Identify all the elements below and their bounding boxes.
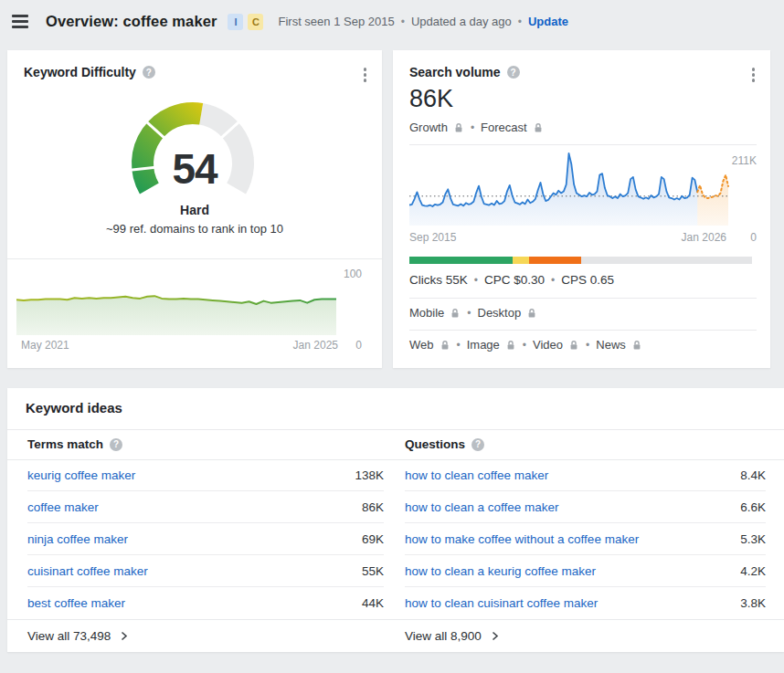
keyword-link[interactable]: ninja coffee maker <box>27 532 128 546</box>
volume-ymin-label: 0 <box>750 231 757 244</box>
kd-level-label: Hard <box>7 203 382 217</box>
menu-icon[interactable] <box>9 12 31 31</box>
keyword-ideas-card: Keyword ideas Terms match ? Questions ? … <box>7 388 784 652</box>
news-metric-locked[interactable]: News <box>596 338 642 352</box>
page-title: Overview: coffee maker <box>46 13 217 30</box>
help-icon[interactable]: ? <box>471 438 484 451</box>
table-row: best coffee maker 44K <box>27 587 384 619</box>
clicks-distribution-bar[interactable] <box>409 257 752 264</box>
cps-value: CPS 0.65 <box>561 273 614 287</box>
table-row: how to make coffee without a coffee make… <box>405 523 766 555</box>
table-row: how to clean coffee maker 8.4K <box>405 459 766 491</box>
volume-xend-label: Jan 2026 <box>682 231 726 244</box>
keyword-link[interactable]: keurig coffee maker <box>27 468 135 482</box>
divider <box>409 330 757 331</box>
view-all-terms-label: View all 73,498 <box>27 629 111 643</box>
divider <box>7 619 784 620</box>
kd-history-chart[interactable] <box>16 273 338 336</box>
web-metric-locked[interactable]: Web <box>409 338 450 352</box>
image-metric-locked[interactable]: Image <box>467 338 516 352</box>
keyword-link[interactable]: coffee maker <box>27 500 99 514</box>
lock-icon <box>505 340 516 351</box>
more-options-icon[interactable] <box>361 65 370 85</box>
lock-icon <box>440 340 450 351</box>
keyword-volume: 4.2K <box>740 564 766 578</box>
segment-gray <box>581 257 753 264</box>
mobile-label: Mobile <box>409 306 444 320</box>
growth-forecast-row: Growth • Forecast <box>409 121 544 134</box>
first-seen-label: First seen 1 Sep 2015 <box>278 15 394 28</box>
questions-header: Questions ? <box>405 437 484 451</box>
informational-intent-badge[interactable]: I <box>228 14 243 30</box>
kd-trend-xstart-label: May 2021 <box>21 339 69 352</box>
keyword-link[interactable]: how to clean a keurig coffee maker <box>405 564 596 578</box>
video-label: Video <box>533 338 563 352</box>
keyword-link[interactable]: how to make coffee without a coffee make… <box>405 532 639 546</box>
kd-score: 54 <box>7 144 382 194</box>
separator-dot: • <box>579 339 596 352</box>
kd-trend-ymin-label: 0 <box>355 339 362 352</box>
volume-peak-label: 211K <box>732 154 757 167</box>
desktop-metric-locked[interactable]: Desktop <box>478 306 538 320</box>
table-row: coffee maker 86K <box>27 491 384 523</box>
separator-dot: • <box>450 339 467 352</box>
desktop-label: Desktop <box>478 306 522 320</box>
keyword-volume: 44K <box>362 596 384 610</box>
table-row: how to clean a coffee maker 6.6K <box>405 491 766 523</box>
video-metric-locked[interactable]: Video <box>533 338 579 352</box>
clicks-metrics-row: Clicks 55K • CPC $0.30 • CPS 0.65 <box>409 273 614 287</box>
keyword-link[interactable]: how to clean a coffee maker <box>405 500 559 514</box>
mobile-metric-locked[interactable]: Mobile <box>409 306 461 320</box>
table-row: ninja coffee maker 69K <box>27 523 384 555</box>
kd-trend-ymax-label: 100 <box>344 268 362 280</box>
keyword-volume: 55K <box>362 564 384 578</box>
updated-label: Updated a day ago <box>411 15 512 28</box>
lock-icon <box>533 122 544 133</box>
volume-history-chart[interactable] <box>409 149 731 230</box>
update-button[interactable]: Update <box>528 15 568 28</box>
forecast-label: Forecast <box>481 121 527 134</box>
kd-trend-xend-label: Jan 2025 <box>293 339 338 352</box>
help-icon[interactable]: ? <box>143 66 155 79</box>
lock-icon <box>453 122 464 133</box>
terms-match-header: Terms match ? <box>27 437 122 451</box>
divider <box>7 429 784 430</box>
kd-card-title: Keyword Difficulty <box>24 65 136 79</box>
divider <box>409 298 757 299</box>
separator-dot: • <box>468 274 484 287</box>
keyword-difficulty-card: Keyword Difficulty ? 54 Hard ~99 ref. do… <box>7 50 382 368</box>
lock-icon <box>450 308 461 319</box>
keyword-link[interactable]: how to clean cuisinart coffee maker <box>405 596 598 610</box>
keyword-link[interactable]: how to clean coffee maker <box>405 468 548 482</box>
segment-orange <box>529 257 580 264</box>
commercial-intent-badge[interactable]: C <box>248 14 263 30</box>
questions-list: how to clean coffee maker 8.4K how to cl… <box>405 459 766 619</box>
chevron-right-icon <box>490 631 500 641</box>
separator-dot: • <box>464 121 481 134</box>
clicks-value: Clicks 55K <box>409 273 468 287</box>
view-all-questions-button[interactable]: View all 8,900 <box>405 629 500 643</box>
keyword-link[interactable]: best coffee maker <box>27 596 125 610</box>
table-row: how to clean cuisinart coffee maker 3.8K <box>405 587 766 619</box>
volume-card-header: Search volume ? <box>409 65 520 79</box>
help-icon[interactable]: ? <box>110 438 122 451</box>
view-all-questions-label: View all 8,900 <box>405 629 482 643</box>
search-volume-card: Search volume ? 86K Growth • Forecast 21… <box>393 50 770 368</box>
growth-metric-locked[interactable]: Growth <box>409 121 464 134</box>
keyword-link[interactable]: cuisinart coffee maker <box>27 564 148 578</box>
divider <box>7 258 382 259</box>
questions-label: Questions <box>405 437 465 451</box>
cpc-value: CPC $0.30 <box>484 273 545 287</box>
keyword-ideas-title: Keyword ideas <box>26 400 122 415</box>
separator-dot: • <box>512 16 528 28</box>
top-bar: Overview: coffee maker I C First seen 1 … <box>0 0 784 43</box>
lock-icon <box>526 308 537 319</box>
keyword-volume: 8.4K <box>740 468 766 482</box>
help-icon[interactable]: ? <box>507 66 520 79</box>
view-all-terms-button[interactable]: View all 73,498 <box>27 629 129 643</box>
separator-dot: • <box>395 16 411 28</box>
search-type-row: Web • Image • Video • News <box>409 338 642 352</box>
forecast-metric-locked[interactable]: Forecast <box>481 121 544 134</box>
more-options-icon[interactable] <box>749 65 758 85</box>
terms-match-label: Terms match <box>27 437 103 451</box>
